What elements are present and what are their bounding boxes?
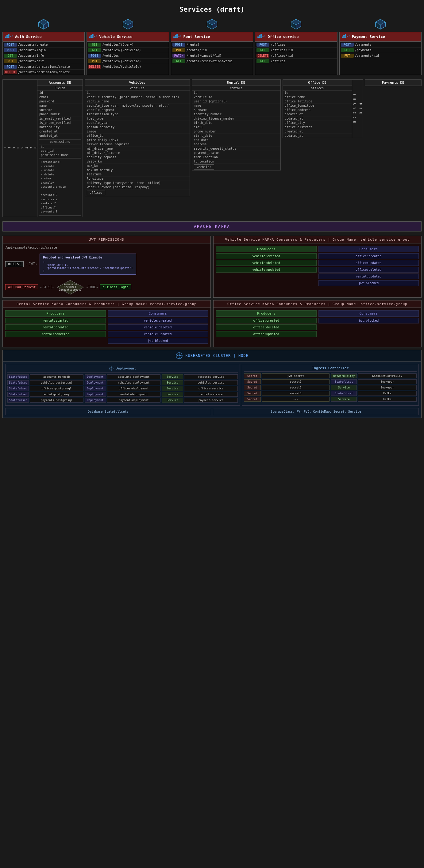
svg-rect-27 — [175, 36, 176, 38]
vc-item-4: jwt:blocked — [319, 280, 419, 286]
svg-rect-38 — [259, 36, 261, 38]
rc-item-1: vehicle:deleted — [108, 324, 208, 330]
docker-icon-auth — [5, 33, 13, 40]
method-badge: GET — [88, 42, 101, 46]
rent-service-title: Rent Service — [183, 35, 210, 39]
accounts-db-title: Accounts DB — [37, 80, 83, 86]
vehicle-kafka-panel: Vehicle Service KAFKA Consumers & Produc… — [213, 236, 422, 298]
method-badge: GET — [256, 48, 269, 52]
kafka-banner: APACHE KAFKA — [2, 221, 422, 231]
o-field-lon: office_longitude — [283, 104, 352, 108]
db-label-a3: A — [12, 147, 15, 149]
true-arrow: →TRUE→ — [86, 285, 98, 289]
kube-secret-3: Secret secret3 — [244, 391, 330, 396]
db-label-t: T — [25, 147, 28, 149]
kube-service-3: Service rental-service — [162, 392, 238, 397]
rp-item-1: rental:created — [5, 324, 106, 330]
svg-point-10 — [12, 36, 13, 36]
false-arrow: ←FALSE← — [40, 285, 54, 289]
svg-rect-26 — [173, 36, 175, 38]
kubernetes-icon — [176, 352, 183, 359]
jwt-request-box: REQUEST — [5, 261, 24, 267]
page-title: Services (draft) — [0, 0, 424, 17]
rent-endpoint-3: GET /rental?reservations=true — [171, 58, 253, 64]
vc-item-1: office:updated — [319, 260, 419, 266]
kube-secret-2: Secret secret2 — [244, 385, 330, 390]
kube-statefulset-0: Statefulset accounts-mongodb — [7, 374, 84, 379]
kube-deployment-3: Deployment rental-deployment — [85, 392, 161, 397]
jwt-example-path: /api/example/accounts/create — [5, 246, 208, 249]
svg-rect-8 — [8, 35, 9, 36]
db-service-label: S E R V I C E — [353, 94, 356, 123]
svg-marker-57 — [179, 353, 180, 355]
vehicles-offices-label: offices — [85, 189, 190, 196]
kube-deployment-2: Deployment offices-deployment — [85, 386, 161, 391]
op-item-1: office:deleted — [216, 324, 316, 330]
vehicle-service-icon — [122, 17, 134, 32]
r-field-name: name — [192, 104, 280, 108]
o-field-created: created_at — [283, 112, 352, 117]
vehicles-db-title: Vehicles — [85, 80, 190, 86]
v-field-delivery: delivery_type (everywhere, home, office) — [85, 181, 190, 185]
r-field-identity: identity_number — [192, 112, 280, 117]
kube-title: KUBERNETES CLUSTER | NODE — [3, 350, 421, 362]
v-field-driver-req: driver_license_required — [85, 142, 190, 147]
o-field-city: office_city — [283, 121, 352, 125]
kube-service-0: Service accounts-service — [162, 374, 238, 379]
accounts-fields-subtitle: Fields — [37, 86, 83, 91]
v-field-name: vechile_name — [85, 99, 190, 104]
kube-deployment-4: Deployment payment-deployment — [85, 398, 161, 403]
endpoint-path: /offices/:id — [271, 49, 293, 52]
office-consumers-title: Consumers — [319, 310, 419, 317]
accounts-field-password: password — [37, 99, 83, 104]
db-label-database: D — [33, 147, 36, 149]
endpoint-path: /payments/:id — [355, 54, 379, 57]
method-badge: POST — [256, 42, 269, 46]
endpoint-path: /accounts/permissions/create — [18, 65, 70, 68]
endpoint-path: /accounts/login — [18, 49, 46, 52]
jwt-kafka-row: JWT PERMISSIONS /api/example/accounts/cr… — [0, 236, 424, 298]
svg-rect-6 — [8, 36, 9, 38]
docker-icon-vehicle — [89, 33, 97, 40]
rental-producers-col: Producers rental:started rental:created … — [5, 310, 106, 345]
o-field-id: id — [283, 91, 352, 95]
v-field-max-km-m: max_km_monthly — [85, 168, 190, 172]
svg-point-43 — [264, 36, 265, 36]
accounts-field-id: id — [37, 91, 83, 95]
docker-icon-payment — [341, 33, 350, 40]
rc-item-0: vehicle:created — [108, 318, 208, 323]
rent-endpoint-0: POST /rental — [171, 42, 253, 47]
vp-item-2: vehicle:updated — [216, 267, 316, 273]
docker-icon-office — [257, 33, 266, 40]
o-field-updated: updated_at — [283, 117, 352, 121]
svg-rect-51 — [343, 35, 344, 36]
endpoint-path: /accounts/edit — [18, 60, 44, 63]
business-logic-box: business logic — [100, 284, 131, 290]
kubernetes-section: KUBERNETES CLUSTER | NODE Deployment Sta… — [2, 350, 422, 418]
op-item-2: office:updated — [216, 331, 316, 337]
auth-service-card: Auth Service POST /accounts/create POST … — [2, 32, 85, 75]
db-label-s: S — [8, 147, 11, 149]
v-field-lon: longitude — [85, 177, 190, 181]
v-field-image: image — [85, 129, 190, 134]
kafka-bottom-row: Rental Service KAFKA Consumers & Produce… — [0, 300, 424, 347]
jwt-panel-title: JWT PERMISSIONS — [3, 236, 210, 243]
office-service-icon — [290, 17, 302, 32]
rental-table-subtitle: rentals — [192, 86, 280, 91]
kube-secret-1: Secret secret1 — [244, 379, 330, 384]
kube-network-4: Service Kafka — [331, 397, 417, 402]
endpoint-path: /payments — [355, 49, 371, 52]
db-per-label: P E R — [359, 103, 362, 114]
office-db: Office DB offices id office_name office_… — [282, 80, 363, 138]
method-badge: POST — [173, 42, 185, 46]
perm-field-id: id — [39, 145, 81, 149]
auth-endpoint-1: POST /accounts/login — [3, 47, 84, 53]
rent-endpoint-2: PATCH /rental/cancel/{id} — [171, 53, 253, 58]
payment-service-icon — [374, 17, 387, 32]
auth-endpoint-4: POST /accounts/permissions/create — [3, 64, 84, 69]
v-field-deposit: security_deposit — [85, 155, 190, 159]
kube-service-1: Service vehicles-service — [162, 380, 238, 385]
accounts-field-email: email — [37, 95, 83, 99]
svg-rect-39 — [261, 36, 262, 38]
office-producers-title: Producers — [216, 310, 316, 317]
